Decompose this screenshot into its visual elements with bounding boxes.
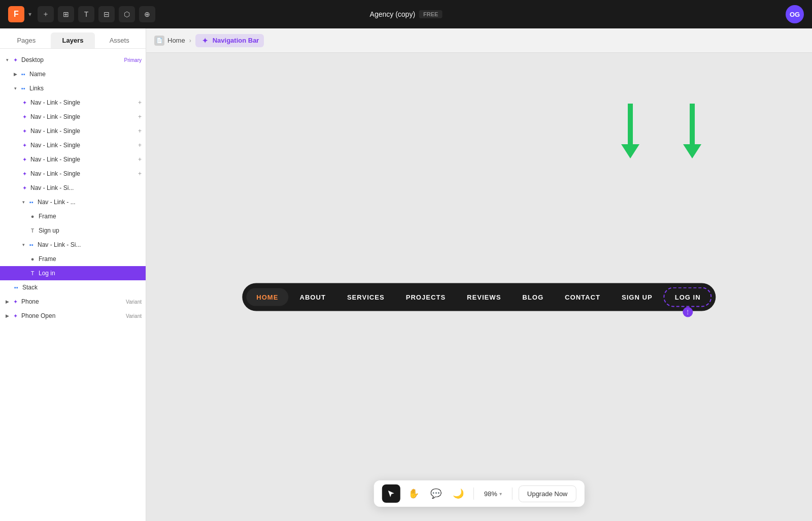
components-button[interactable]: ⊕ bbox=[139, 6, 155, 22]
plan-badge: FREE bbox=[419, 10, 442, 18]
layer-nav2[interactable]: ✦ Nav - Link - Single + bbox=[0, 110, 146, 124]
add-icon[interactable]: + bbox=[138, 113, 142, 120]
layer-nav5[interactable]: ✦ Nav - Link - Single + bbox=[0, 152, 146, 167]
add-button[interactable]: ＋ bbox=[38, 6, 54, 22]
arrow-right bbox=[683, 104, 701, 158]
layer-frame2[interactable]: ● Frame bbox=[0, 252, 146, 266]
variant-badge: Variant bbox=[126, 313, 142, 319]
nav-item-services[interactable]: SERVICES bbox=[337, 288, 395, 306]
layer-label: Nav - Link - Single bbox=[30, 113, 137, 120]
arrow-icon: ▾ bbox=[20, 199, 26, 205]
variant-badge: Variant bbox=[126, 299, 142, 305]
layer-nav3[interactable]: ✦ Nav - Link - Single + bbox=[0, 124, 146, 138]
layer-name[interactable]: ▶ ▪▪ Name bbox=[0, 67, 146, 81]
nav-item-projects[interactable]: PROJECTS bbox=[396, 288, 456, 306]
circle-icon: ● bbox=[28, 255, 37, 263]
layers-panel: ▾ ✦ Desktop Primary ▶ ▪▪ Name ▾ ▪▪ Links… bbox=[0, 49, 146, 521]
breadcrumb: 📄 Home › ✦ Navigation Bar bbox=[146, 28, 812, 53]
layer-nav6[interactable]: ✦ Nav - Link - Single + bbox=[0, 167, 146, 181]
tab-pages[interactable]: Pages bbox=[4, 32, 49, 48]
add-icon[interactable]: + bbox=[134, 199, 142, 206]
external-button[interactable]: ⬡ bbox=[119, 6, 135, 22]
layer-nav7[interactable]: ✦ Nav - Link - Si... ⚡ + bbox=[0, 181, 146, 195]
sidebar: Pages Layers Assets ▾ ✦ Desktop Primary … bbox=[0, 28, 146, 521]
add-icon[interactable]: + bbox=[138, 127, 142, 135]
nav-item-login[interactable]: LOG IN bbox=[664, 287, 712, 307]
lightning-icon[interactable]: ⚡ bbox=[118, 199, 125, 206]
component-blue-icon: ▪▪ bbox=[12, 283, 20, 291]
nav-item-reviews[interactable]: REVIEWS bbox=[457, 288, 511, 306]
toolbar-title-group: Agency (copy) FREE bbox=[370, 10, 443, 18]
component-icon: ✦ bbox=[20, 184, 28, 192]
arrow-left bbox=[621, 104, 639, 158]
component-icon: ✦ bbox=[20, 127, 28, 135]
tab-assets[interactable]: Assets bbox=[97, 32, 142, 48]
text-button[interactable]: T bbox=[78, 6, 94, 22]
layer-label: Log in bbox=[39, 270, 142, 277]
arrow-head bbox=[621, 144, 639, 158]
layer-label: Nav - Link - Single bbox=[30, 127, 137, 135]
logo-chevron-icon[interactable]: ▾ bbox=[28, 11, 31, 18]
tab-layers[interactable]: Layers bbox=[51, 32, 95, 48]
layer-nav9[interactable]: ▾ ▪▪ Nav - Link - Si... 🔗 + bbox=[0, 238, 146, 252]
toolbar-divider2 bbox=[512, 487, 513, 500]
breadcrumb-home[interactable]: 📄 Home bbox=[154, 36, 185, 46]
bottom-toolbar: ✋ 💬 🌙 98% ▾ Upgrade Now bbox=[374, 480, 585, 507]
arrow-icon: ▾ bbox=[4, 57, 10, 63]
arrow-icon: ▶ bbox=[4, 313, 10, 319]
canvas-content[interactable]: HOME ABOUT SERVICES PROJECTS REVIEWS BLO… bbox=[146, 53, 812, 521]
comment-tool-button[interactable]: 💬 bbox=[427, 484, 445, 503]
component-icon: ✦ bbox=[20, 170, 28, 178]
component-icon: ✦ bbox=[11, 56, 19, 64]
layer-signup[interactable]: T Sign up bbox=[0, 223, 146, 238]
layer-stack[interactable]: ▪▪ Stack bbox=[0, 280, 146, 295]
nav-bar-wrapper: HOME ABOUT SERVICES PROJECTS REVIEWS BLO… bbox=[242, 283, 716, 311]
nav-item-about[interactable]: ABOUT bbox=[289, 288, 335, 306]
breadcrumb-active-label: Navigation Bar bbox=[213, 37, 259, 44]
layer-nav1[interactable]: ✦ Nav - Link - Single + bbox=[0, 95, 146, 110]
component-blue-icon: ▪▪ bbox=[19, 70, 27, 78]
component-icon: ✦ bbox=[11, 298, 19, 306]
layer-label: Frame bbox=[39, 255, 142, 263]
arrow-icon: ▶ bbox=[4, 299, 10, 305]
layer-desktop[interactable]: ▾ ✦ Desktop Primary bbox=[0, 53, 146, 67]
nav-item-blog[interactable]: BLOG bbox=[512, 288, 554, 306]
dark-mode-button[interactable]: 🌙 bbox=[449, 484, 467, 503]
database-button[interactable]: ⊟ bbox=[98, 6, 115, 22]
nav-bar: HOME ABOUT SERVICES PROJECTS REVIEWS BLO… bbox=[242, 283, 716, 311]
layer-nav4[interactable]: ✦ Nav - Link - Single + bbox=[0, 138, 146, 152]
link-icon[interactable]: 🔗 bbox=[126, 241, 133, 248]
layer-phone-open[interactable]: ▶ ✦ Phone Open Variant bbox=[0, 309, 146, 323]
add-icon[interactable]: + bbox=[138, 99, 142, 106]
circle-icon: ● bbox=[28, 212, 37, 220]
upgrade-button[interactable]: Upgrade Now bbox=[519, 485, 577, 502]
grid-button[interactable]: ⊞ bbox=[58, 6, 74, 22]
layer-frame1[interactable]: ● Frame bbox=[0, 209, 146, 223]
breadcrumb-arrow-icon: › bbox=[189, 37, 191, 44]
nav-item-signup[interactable]: SIGN UP bbox=[612, 288, 663, 306]
logo-button[interactable]: F bbox=[8, 6, 24, 22]
nav-item-home[interactable]: HOME bbox=[246, 288, 288, 306]
page-icon: 📄 bbox=[154, 36, 164, 46]
hand-tool-button[interactable]: ✋ bbox=[404, 484, 423, 503]
user-avatar[interactable]: OG bbox=[786, 5, 804, 23]
link-icon[interactable]: 🔗 bbox=[126, 199, 133, 206]
cursor-tool-button[interactable] bbox=[382, 484, 400, 503]
layer-phone[interactable]: ▶ ✦ Phone Variant bbox=[0, 295, 146, 309]
layer-login[interactable]: T Log in bbox=[0, 266, 146, 280]
arrow-shaft bbox=[628, 104, 633, 144]
component-blue-icon: ▪▪ bbox=[27, 241, 36, 249]
layer-nav8[interactable]: ▾ ▪▪ Nav - Link - ... ⚡ 🔗 + bbox=[0, 195, 146, 209]
add-icon[interactable]: + bbox=[134, 184, 142, 191]
breadcrumb-active[interactable]: ✦ Navigation Bar bbox=[195, 34, 264, 47]
add-icon[interactable]: + bbox=[134, 241, 142, 248]
lightning-icon[interactable]: ⚡ bbox=[126, 184, 133, 191]
add-icon[interactable]: + bbox=[138, 156, 142, 163]
add-icon[interactable]: + bbox=[138, 142, 142, 149]
add-icon[interactable]: + bbox=[138, 170, 142, 177]
layer-links[interactable]: ▾ ▪▪ Links bbox=[0, 81, 146, 95]
zoom-control[interactable]: 98% ▾ bbox=[480, 488, 506, 500]
toolbar-divider bbox=[473, 487, 474, 500]
sidebar-tabs: Pages Layers Assets bbox=[0, 28, 146, 49]
nav-item-contact[interactable]: CONTACT bbox=[555, 288, 611, 306]
